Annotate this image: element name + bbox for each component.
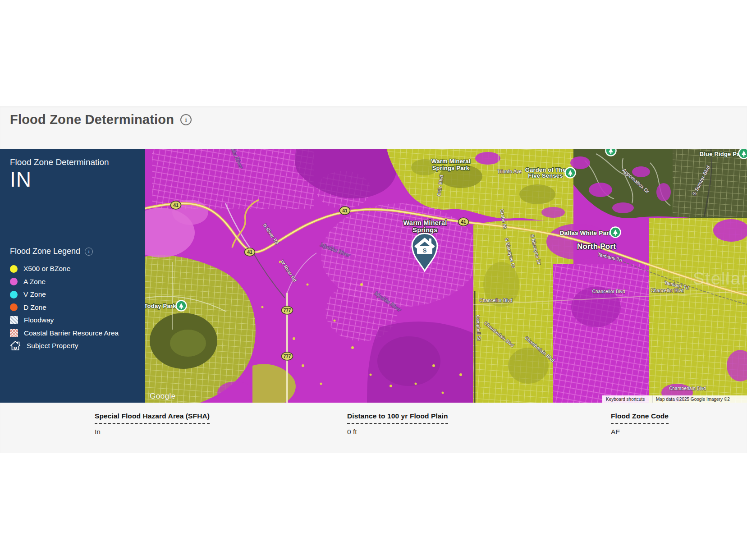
legend-item-label: X500 or BZone <box>23 265 70 273</box>
legend-item-label: Coastal Barrier Resource Area <box>24 329 119 337</box>
field-sfha-label: Special Flood Hazard Area (SFHA) <box>95 412 210 424</box>
d-zone-swatch <box>10 303 18 311</box>
route-41-shield: 41 <box>247 249 252 255</box>
determination-panel: Flood Zone Determination IN Flood Zone L… <box>0 149 145 403</box>
field-distance-value: 0 ft <box>347 428 448 436</box>
determination-value: IN <box>10 168 32 191</box>
route-41-shield: 41 <box>342 208 348 213</box>
v-zone-swatch <box>10 291 18 298</box>
park-marker[interactable] <box>606 149 616 156</box>
field-sfha-value: In <box>95 428 210 436</box>
map-label: Trionfo Ave <box>497 169 522 174</box>
map-label: Chamberlain Blvd <box>669 386 706 391</box>
x500-zone-swatch <box>10 265 18 273</box>
route-777-shield: 777 <box>284 308 291 313</box>
legend-item-label: V Zone <box>23 290 46 298</box>
google-logo[interactable]: Google <box>150 392 176 400</box>
page-title: Flood Zone Determination <box>10 112 174 127</box>
keyboard-shortcuts-link[interactable]: Keyboard shortcuts <box>606 397 645 402</box>
map-label: Chancellor Blvd <box>479 298 512 303</box>
field-sfha: Special Flood Hazard Area (SFHA) In <box>95 412 210 436</box>
map-label: Springs Park <box>432 165 470 171</box>
stellar-watermark: Stellar M <box>693 269 747 288</box>
map-label: Five Senses <box>528 172 563 179</box>
map-data-attribution: Map data ©2025 Google Imagery ©2 <box>656 397 730 402</box>
flood-overlay-layer <box>145 149 747 403</box>
legend-item-label: D Zone <box>23 303 46 312</box>
legend-title: Flood Zone Legend <box>10 247 80 256</box>
svg-text:S: S <box>14 346 17 349</box>
field-distance-label: Distance to 100 yr Flood Plain <box>347 412 448 424</box>
map-label: Dallas White Park <box>560 230 613 236</box>
field-distance-to-flood-plain: Distance to 100 yr Flood Plain 0 ft <box>347 412 448 436</box>
map-label: Today Park <box>145 303 176 309</box>
flood-zone-map[interactable]: Warm Mineral Springs Park Trionfo Ave Ga… <box>145 149 747 403</box>
park-marker[interactable] <box>610 227 621 238</box>
legend-item-coastal: Coastal Barrier Resource Area <box>10 327 142 340</box>
a-zone-swatch <box>10 278 18 285</box>
route-41-shield: 41 <box>461 219 466 225</box>
legend-item-d-zone: D Zone <box>10 301 142 314</box>
subject-property-pin-letter: S <box>423 247 427 254</box>
map-label: Warm Mineral <box>403 219 447 226</box>
map-label: Springs <box>412 226 437 234</box>
map-label: Chancellor Blvd <box>651 288 683 293</box>
route-41-shield: 41 <box>173 202 179 208</box>
legend-item-label: A Zone <box>23 278 46 286</box>
map-label: Warm Mineral <box>431 158 470 165</box>
panel-title: Flood Zone Determination <box>10 157 109 167</box>
field-flood-zone-code: Flood Zone Code AE <box>611 412 669 436</box>
info-icon[interactable]: i <box>180 114 192 125</box>
field-code-label: Flood Zone Code <box>611 412 669 424</box>
legend-item-label: Subject Property <box>27 342 78 350</box>
park-marker[interactable] <box>565 168 576 178</box>
map-label: Chancellor Blvd <box>592 289 625 294</box>
park-marker[interactable] <box>176 301 187 311</box>
route-777-shield: 777 <box>284 354 291 359</box>
subject-property-house-icon: S <box>10 341 21 351</box>
legend-item-a-zone: A Zone <box>10 275 142 289</box>
legend-info-icon[interactable]: i <box>85 248 93 256</box>
park-marker[interactable] <box>739 149 747 159</box>
legend-item-v-zone: V Zone <box>10 288 142 301</box>
legend-item-label: Floodway <box>24 316 54 324</box>
section-header: Flood Zone Determination i <box>10 112 192 127</box>
legend-item-floodway: Floodway <box>10 314 142 327</box>
field-code-value: AE <box>611 428 669 436</box>
legend-item-subject-property: S Subject Property <box>10 340 142 353</box>
floodway-swatch <box>10 316 18 324</box>
legend-item-x500: X500 or BZone <box>10 262 142 275</box>
coastal-barrier-swatch <box>10 329 18 337</box>
map-label: North Port <box>577 242 616 251</box>
map-attribution: Keyboard shortcuts Map data ©2025 Google… <box>602 395 747 403</box>
flood-zone-legend: Flood Zone Legend i X500 or BZone A Zone… <box>10 247 142 353</box>
